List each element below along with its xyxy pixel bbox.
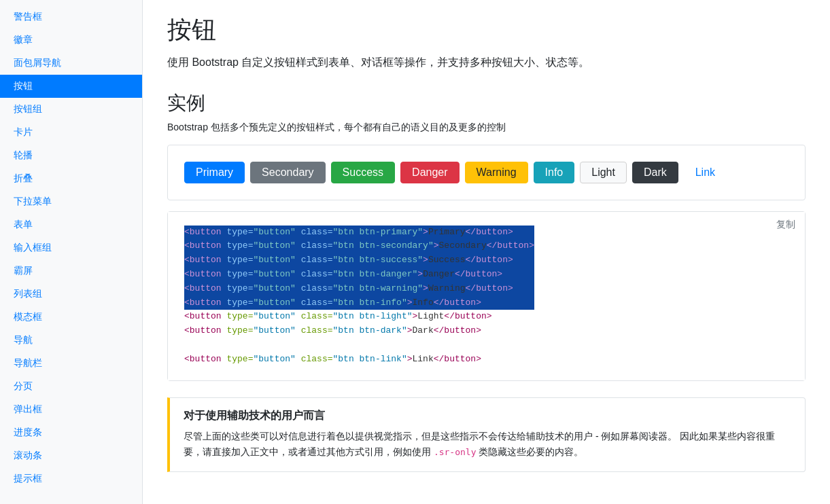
- sidebar-item-13[interactable]: 模态框: [0, 306, 142, 329]
- page-title: 按钮: [167, 14, 806, 47]
- sidebar-item-2[interactable]: 面包屑导航: [0, 52, 142, 75]
- sidebar-item-18[interactable]: 进度条: [0, 421, 142, 444]
- sidebar-item-0[interactable]: 警告框: [0, 5, 142, 29]
- sidebar-item-8[interactable]: 下拉菜单: [0, 190, 142, 213]
- btn-btn-warning[interactable]: Warning: [465, 162, 528, 183]
- btn-btn-danger[interactable]: Danger: [400, 162, 459, 183]
- sidebar-item-5[interactable]: 卡片: [0, 121, 142, 144]
- page-subtitle: 使用 Bootstrap 自定义按钮样式到表单、对话框等操作，并支持多种按钮大小…: [167, 54, 806, 71]
- sidebar-item-9[interactable]: 表单: [0, 213, 142, 236]
- sidebar-item-15[interactable]: 导航栏: [0, 352, 142, 375]
- section-desc: Bootstrap 包括多个预先定义的按钮样式，每个都有自己的语义目的及更多的控…: [167, 122, 806, 134]
- sidebar-item-3[interactable]: 按钮: [0, 75, 142, 98]
- btn-btn-secondary[interactable]: Secondary: [250, 162, 326, 183]
- btn-btn-primary[interactable]: Primary: [184, 162, 245, 183]
- main-content: 按钮 使用 Bootstrap 自定义按钮样式到表单、对话框等操作，并支持多种按…: [143, 0, 830, 504]
- demo-card-body: PrimarySecondarySuccessDangerWarningInfo…: [168, 145, 805, 200]
- sidebar-item-20[interactable]: 提示框: [0, 467, 142, 490]
- sidebar-item-17[interactable]: 弹出框: [0, 398, 142, 421]
- sidebar-item-1[interactable]: 徽章: [0, 29, 142, 52]
- section-title: 实例: [167, 90, 806, 116]
- sidebar-item-6[interactable]: 轮播: [0, 144, 142, 167]
- btn-btn-info[interactable]: Info: [534, 162, 575, 183]
- sidebar-item-12[interactable]: 列表组: [0, 283, 142, 306]
- sidebar-item-10[interactable]: 输入框组: [0, 236, 142, 259]
- copy-button[interactable]: 复制: [776, 219, 795, 231]
- info-box-text: 尽管上面的这些类可以对信息进行着色以提供视觉指示，但是这些指示不会传达给辅助技术…: [184, 429, 791, 461]
- inline-code: .sr-only: [434, 447, 477, 457]
- code-card-body: 复制 <button type="button" class="btn btn-…: [168, 212, 805, 380]
- code-card: 复制 <button type="button" class="btn btn-…: [167, 211, 806, 381]
- btn-btn-link[interactable]: Link: [684, 162, 727, 183]
- sidebar-item-7[interactable]: 折叠: [0, 167, 142, 190]
- info-box: 对于使用辅助技术的用户而言 尽管上面的这些类可以对信息进行着色以提供视觉指示，但…: [167, 397, 806, 473]
- sidebar-item-16[interactable]: 分页: [0, 375, 142, 398]
- code-block: <button type="button" class="btn btn-pri…: [184, 226, 789, 367]
- sidebar-item-14[interactable]: 导航: [0, 329, 142, 352]
- btn-btn-success[interactable]: Success: [331, 162, 395, 183]
- sidebar: 警告框徽章面包屑导航按钮按钮组卡片轮播折叠下拉菜单表单输入框组霸屏列表组模态框导…: [0, 0, 143, 504]
- sidebar-item-19[interactable]: 滚动条: [0, 444, 142, 467]
- sidebar-item-4[interactable]: 按钮组: [0, 98, 142, 121]
- demo-card: PrimarySecondarySuccessDangerWarningInfo…: [167, 145, 806, 200]
- btn-btn-light[interactable]: Light: [580, 162, 627, 183]
- sidebar-item-11[interactable]: 霸屏: [0, 259, 142, 283]
- btn-btn-dark[interactable]: Dark: [632, 162, 678, 183]
- button-row: PrimarySecondarySuccessDangerWarningInfo…: [184, 162, 789, 183]
- info-box-title: 对于使用辅助技术的用户而言: [184, 409, 791, 423]
